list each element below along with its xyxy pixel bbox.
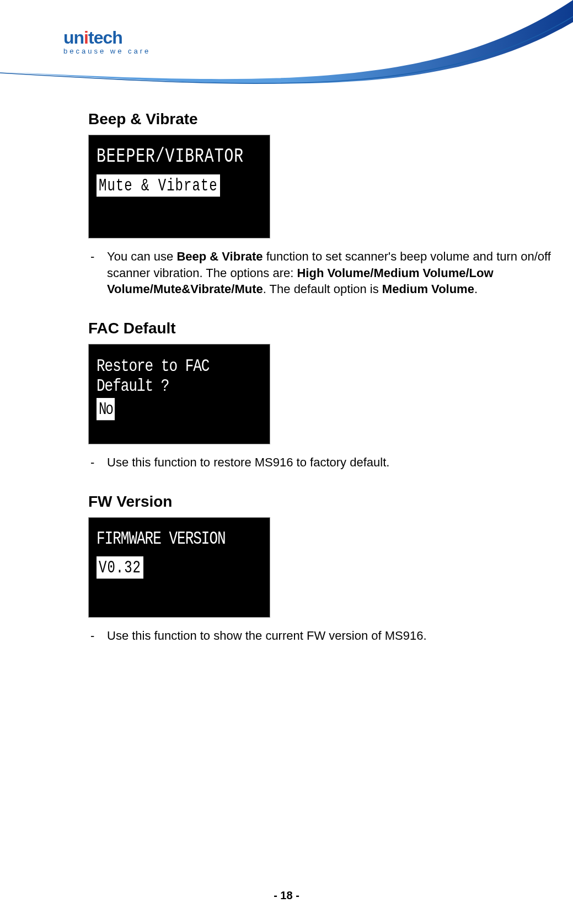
list-item: You can use Beep & Vibrate function to s… — [88, 248, 556, 298]
device-value: No — [97, 398, 115, 420]
device-line2: Default ? — [97, 374, 262, 399]
text: . — [474, 282, 478, 296]
description-list-beep: You can use Beep & Vibrate function to s… — [88, 248, 556, 298]
brand-name: unitech — [63, 28, 151, 48]
device-screen-fw: FIRMWARE VERSION V0.32 — [88, 517, 270, 618]
section-heading-beep: Beep & Vibrate — [88, 110, 556, 128]
text: You can use — [107, 249, 176, 263]
device-title: FIRMWARE VERSION — [97, 528, 262, 549]
brand-logo: unitech because we care — [63, 28, 151, 55]
list-item: Use this function to show the current FW… — [88, 628, 556, 644]
page-header: unitech because we care — [0, 0, 573, 110]
brand-tagline: because we care — [63, 47, 151, 55]
device-screen-beep: BEEPER/VIBRATOR Mute & Vibrate — [88, 135, 270, 238]
page-number: - 18 - — [0, 889, 573, 902]
device-screen-fac: Restore to FAC Default ? No — [88, 344, 270, 444]
description-list-fac: Use this function to restore MS916 to fa… — [88, 454, 556, 471]
text-bold: Beep & Vibrate — [176, 249, 263, 263]
text-bold: Medium Volume — [382, 282, 474, 296]
page-content: Beep & Vibrate BEEPER/VIBRATOR Mute & Vi… — [0, 110, 573, 644]
text: . The default option is — [263, 282, 382, 296]
brand-post: tech — [88, 28, 122, 47]
header-swoosh — [0, 0, 573, 110]
brand-i-dot: i — [84, 28, 88, 48]
device-title: BEEPER/VIBRATOR — [97, 145, 262, 167]
brand-pre: un — [63, 28, 84, 47]
description-list-fw: Use this function to show the current FW… — [88, 628, 556, 644]
section-heading-fw: FW Version — [88, 493, 556, 511]
section-heading-fac: FAC Default — [88, 320, 556, 337]
device-value: Mute & Vibrate — [97, 174, 220, 197]
list-item: Use this function to restore MS916 to fa… — [88, 454, 556, 471]
device-value: V0.32 — [97, 556, 143, 578]
